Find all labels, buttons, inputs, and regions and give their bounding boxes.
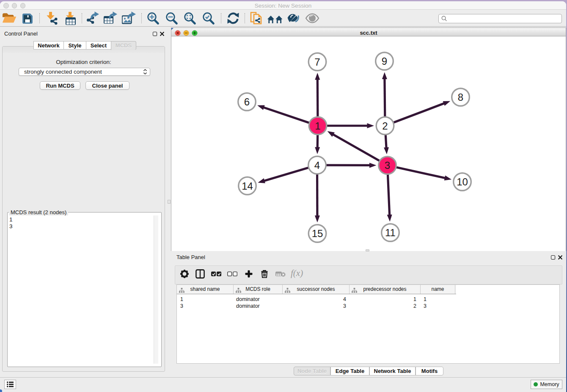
- svg-text:9: 9: [382, 55, 387, 67]
- svg-text:3: 3: [385, 160, 390, 171]
- svg-text:2: 2: [382, 120, 388, 132]
- svg-text:6: 6: [244, 96, 250, 108]
- svg-text:1: 1: [315, 120, 320, 132]
- svg-text:14: 14: [242, 180, 253, 192]
- svg-text:15: 15: [312, 228, 323, 239]
- svg-text:8: 8: [458, 91, 463, 103]
- svg-text:4: 4: [314, 160, 320, 171]
- svg-text:7: 7: [314, 56, 320, 68]
- svg-text:10: 10: [457, 176, 468, 188]
- svg-text:11: 11: [385, 227, 396, 238]
